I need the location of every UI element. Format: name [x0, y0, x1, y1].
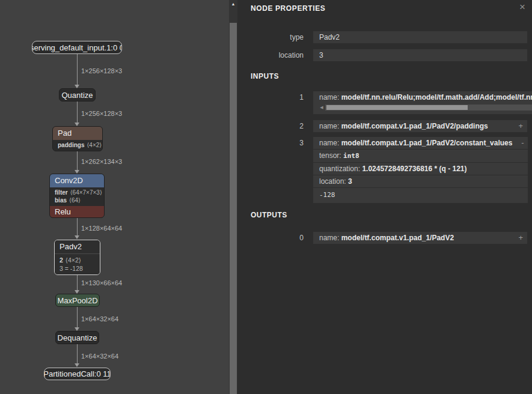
node-padv2-selected[interactable]: Padv2 2⟨4×2⟩ 3 = -128 — [54, 240, 100, 275]
node-conv2d[interactable]: Conv2D filter⟨64×7×7×3⟩ bias⟨64⟩ Relu — [49, 174, 105, 218]
node-header: Conv2D — [50, 174, 104, 187]
attr-3: 3 = -128 — [60, 264, 95, 273]
edge-dequantize-output — [77, 344, 78, 364]
node-partitionedcall[interactable]: PartitionedCall:0 11 — [44, 368, 111, 380]
tensor-type-row: tensor: int8 — [313, 149, 528, 162]
node-properties-panel: NODE PROPERTIES × type Padv2 location 3 … — [237, 0, 532, 394]
input-index: 2 — [237, 120, 313, 132]
property-label: type — [237, 31, 313, 43]
node-serving-default-input[interactable]: serving_default_input.1:0 0 — [32, 41, 122, 54]
type-value-field: Padv2 — [313, 31, 527, 43]
edge-label: 1×256×128×3 — [81, 110, 122, 117]
output-name: name: model/tf.compat.v1.pad_1/PadV2 — [313, 232, 527, 244]
node-quantize[interactable]: Quantize — [59, 88, 96, 102]
panel-title: NODE PROPERTIES — [251, 4, 325, 13]
edge-pad-conv2d — [77, 150, 78, 171]
node-attributes: 2⟨4×2⟩ 3 = -128 — [55, 253, 100, 274]
horizontal-scrollbar-track[interactable] — [325, 105, 532, 111]
outputs-section-header: OUTPUTS — [251, 211, 287, 219]
node-dequantize[interactable]: Dequantize — [55, 331, 99, 344]
property-row-location: location 3 — [237, 49, 527, 61]
node-header: Pad — [53, 127, 102, 140]
close-icon[interactable]: × — [517, 1, 528, 13]
input-row-1: 1 name: model/tf.nn.relu/Relu;model/tf.m… — [237, 91, 527, 114]
outputs-list: 0 name: model/tf.compat.v1.pad_1/PadV2 + — [237, 232, 527, 250]
attr-filter: filter⟨64×7×7×3⟩ — [55, 189, 99, 196]
scroll-up-icon[interactable]: ▲ — [229, 0, 237, 8]
edge-label: 1×64×32×64 — [81, 353, 118, 360]
node-title: serving_default_input.1:0 0 — [32, 43, 122, 52]
node-title: Quantize — [61, 91, 93, 100]
expand-icon[interactable]: + — [518, 121, 523, 130]
node-title: MaxPool2D — [57, 296, 97, 305]
input-index: 3 — [237, 137, 313, 203]
node-attributes: paddings⟨4×2⟩ — [53, 140, 102, 151]
model-viewer-window: 1×256×128×3 1×256×128×3 1×262×134×3 1×12… — [0, 0, 532, 394]
node-attributes: filter⟨64×7×7×3⟩ bias⟨64⟩ — [50, 187, 104, 206]
input-row-2: 2 name: model/tf.compat.v1.pad_1/PadV2/p… — [237, 120, 527, 132]
location-row: location: 3 — [313, 175, 528, 187]
collapse-icon[interactable]: - — [521, 138, 524, 147]
edge-input-quantize — [77, 54, 78, 85]
node-header: Padv2 — [55, 240, 100, 253]
arrow-down-icon — [75, 363, 79, 367]
graph-vertical-scrollbar[interactable]: ▲ — [229, 0, 237, 394]
vertical-scrollbar-thumb[interactable] — [230, 23, 237, 394]
scroll-left-icon[interactable]: ◀ — [319, 105, 324, 110]
input-name: name: model/tf.nn.relu/Relu;model/tf.mat… — [313, 91, 532, 103]
graph-canvas[interactable]: 1×256×128×3 1×256×128×3 1×262×134×3 1×12… — [0, 0, 229, 394]
arrow-down-icon — [75, 235, 79, 239]
output-index: 0 — [237, 232, 313, 244]
quantization-row: quantization: 1.0245728492736816 * (q - … — [313, 162, 528, 175]
input-row-3: 3 name: model/tf.compat.v1.pad_1/PadV2/c… — [237, 137, 527, 203]
output-0-box[interactable]: name: model/tf.compat.v1.pad_1/PadV2 + — [313, 232, 527, 244]
edge-maxpool-dequantize — [77, 307, 78, 328]
attr-2: 2⟨4×2⟩ — [60, 256, 95, 264]
expand-icon[interactable]: + — [518, 233, 523, 242]
output-row-0: 0 name: model/tf.compat.v1.pad_1/PadV2 + — [237, 232, 527, 244]
edge-label: 1×256×128×3 — [81, 67, 122, 74]
node-activation-relu[interactable]: Relu — [50, 206, 104, 217]
input-name-horizontal-scrollbar[interactable]: ◀ ▶ — [319, 105, 532, 111]
horizontal-scrollbar-thumb[interactable] — [326, 105, 468, 110]
input-index: 1 — [237, 91, 313, 114]
edge-label: 1×128×64×64 — [81, 225, 122, 232]
edge-label: 1×130×66×64 — [81, 279, 122, 286]
node-title: PartitionedCall:0 11 — [44, 369, 111, 378]
property-rows: type Padv2 location 3 — [237, 31, 527, 67]
input-name: name: model/tf.compat.v1.pad_1/PadV2/con… — [313, 137, 528, 149]
attr-bias: bias⟨64⟩ — [55, 196, 99, 204]
property-label: location — [237, 49, 313, 61]
attr-paddings: paddings⟨4×2⟩ — [58, 141, 97, 149]
edge-conv2d-padv2 — [77, 215, 78, 236]
location-value-field: 3 — [313, 49, 527, 61]
input-name: name: model/tf.compat.v1.pad_1/PadV2/pad… — [313, 120, 527, 132]
edge-label: 1×64×32×64 — [81, 315, 118, 323]
node-maxpool2d[interactable]: MaxPool2D — [55, 294, 100, 307]
node-pad[interactable]: Pad paddings⟨4×2⟩ — [52, 126, 103, 151]
input-3-box[interactable]: name: model/tf.compat.v1.pad_1/PadV2/con… — [313, 137, 528, 203]
input-1-box[interactable]: name: model/tf.nn.relu/Relu;model/tf.mat… — [313, 91, 532, 114]
input-2-box[interactable]: name: model/tf.compat.v1.pad_1/PadV2/pad… — [313, 120, 527, 132]
property-row-type: type Padv2 — [237, 31, 527, 43]
inputs-list: 1 name: model/tf.nn.relu/Relu;model/tf.m… — [237, 91, 527, 209]
edge-quantize-pad — [77, 102, 78, 123]
edge-label: 1×262×134×3 — [81, 158, 122, 165]
node-title: Dequantize — [58, 333, 97, 342]
inputs-section-header: INPUTS — [251, 72, 279, 80]
tensor-value: -128 — [313, 187, 528, 203]
